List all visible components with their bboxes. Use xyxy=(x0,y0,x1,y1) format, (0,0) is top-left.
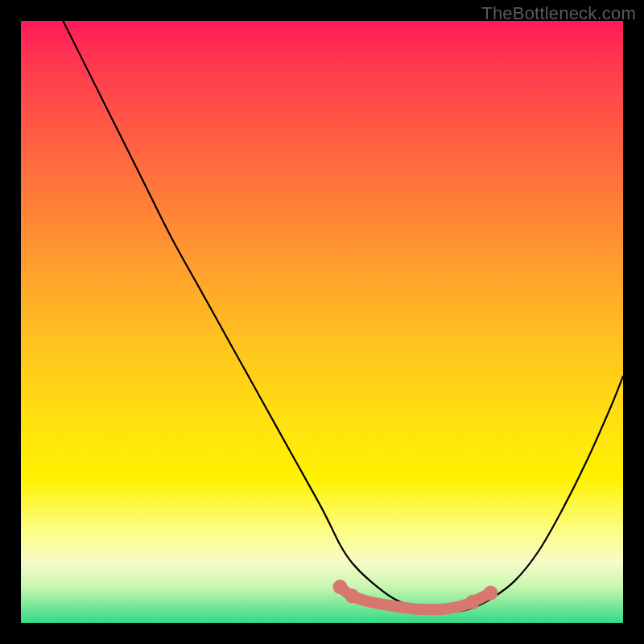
chart-frame: TheBottleneck.com xyxy=(0,0,644,644)
watermark-text: TheBottleneck.com xyxy=(481,3,636,24)
plot-area xyxy=(21,21,623,623)
band-dot xyxy=(345,588,359,603)
bottleneck-curve xyxy=(63,21,623,612)
band-dot xyxy=(465,595,480,609)
chart-svg xyxy=(21,21,623,623)
optimal-band xyxy=(332,580,497,609)
band-dot xyxy=(483,586,497,601)
band-dot xyxy=(332,580,347,594)
